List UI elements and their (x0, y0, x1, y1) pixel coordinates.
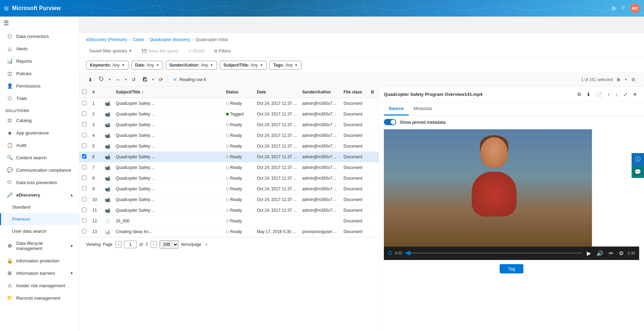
table-row[interactable]: 11📹Quadcopter Safety ...ReadyOct 24, 201… (79, 205, 379, 216)
hamburger-icon[interactable]: ☰ (3, 20, 9, 27)
row-checkbox[interactable] (82, 175, 86, 180)
sidebar-item-records-mgmt[interactable]: 📁 Records management (0, 292, 79, 304)
select-all-checkbox[interactable] (82, 89, 86, 94)
row-checkbox[interactable] (82, 186, 86, 191)
sidebar-item-info-barriers[interactable]: ⊞ Information barriers ▼ (0, 267, 79, 279)
prev-item-btn[interactable]: ↑ (605, 90, 612, 99)
user-avatar[interactable]: MC (630, 3, 640, 13)
row-checkbox[interactable] (82, 165, 86, 169)
transcript-btn[interactable]: ✏ (607, 249, 615, 257)
fileclass-header[interactable]: File class (341, 87, 368, 98)
close-detail-btn[interactable]: ✕ (631, 90, 639, 99)
keywords-filter[interactable]: Keywords: Any ▼ (86, 61, 129, 70)
row-checkbox[interactable] (82, 154, 86, 159)
row-checkbox[interactable] (82, 218, 86, 223)
chat-float-btn[interactable]: 💬 (632, 166, 644, 178)
download-detail-btn[interactable]: ⬇ (584, 90, 593, 99)
export-icon-btn[interactable] (140, 75, 150, 84)
table-row[interactable]: 8📹Quadcopter Safety ...ReadyOct 24, 2017… (79, 173, 379, 184)
filters-button[interactable]: ⧉ Filters (212, 47, 234, 55)
table-row[interactable]: 5📹Quadcopter Safety ...ReadyOct 24, 2017… (79, 141, 379, 152)
breadcrumb-quadcopter-discovery[interactable]: Quadcopter discovery (150, 37, 190, 42)
volume-btn[interactable]: 🔊 (595, 249, 605, 257)
info-float-btn[interactable]: ⓘ (632, 153, 644, 166)
sidebar-item-user-data-search[interactable]: User data search (0, 225, 79, 237)
sidebar-item-reports[interactable]: 📊 Reports (0, 55, 79, 67)
tab-metadata[interactable]: Metadata (409, 102, 437, 116)
table-row[interactable]: 10📹Quadcopter Safety ...ReadyOct 24, 201… (79, 194, 379, 205)
move-icon-btn[interactable]: ↔ (113, 76, 122, 84)
sidebar-item-permissions[interactable]: 👤 Permissions (0, 80, 79, 92)
sidebar-item-policies[interactable]: ◫ Policies (0, 67, 79, 80)
save-the-query-button[interactable]: 💾 Save the query (139, 47, 181, 55)
settings-video-btn[interactable]: ⚙ (617, 249, 625, 257)
sidebar-item-data-loss[interactable]: 🛡 Data loss prevention (0, 176, 79, 189)
waffle-menu-icon[interactable]: ⊞ (4, 5, 9, 12)
sidebar-item-insider-risk[interactable]: ⚠ Insider risk management (0, 279, 79, 292)
table-row[interactable]: 4📹Quadcopter Safety ...ReadyOct 24, 2017… (79, 130, 379, 141)
breadcrumb-cases[interactable]: Cases (133, 37, 144, 42)
table-row[interactable]: 7📹Quadcopter Safety ...ReadyOct 24, 2017… (79, 162, 379, 173)
download-icon-btn[interactable]: ⬇ (86, 76, 94, 84)
row-checkbox[interactable] (82, 111, 86, 116)
table-row[interactable]: 13📊Creating Ideas fro...ReadyMay 17, 201… (79, 227, 379, 237)
page-input[interactable] (124, 241, 136, 248)
status-header[interactable]: Status (223, 87, 254, 98)
sidebar-item-trials[interactable]: ⬡ Trials (0, 92, 79, 104)
sidebar-item-ediscovery[interactable]: 🔎 eDiscovery ▲ (0, 189, 79, 201)
date-filter[interactable]: Date: Any ▼ (131, 61, 163, 70)
sidebar-item-content-search[interactable]: 🔍 Content search (0, 151, 79, 164)
row-checkbox[interactable] (82, 143, 86, 148)
settings-icon[interactable]: ⚙ (611, 5, 616, 12)
expand-btn[interactable]: ⤢ (621, 90, 630, 99)
tag-action-btn[interactable] (96, 75, 106, 84)
more-actions-btn[interactable]: ⟳ (157, 76, 165, 84)
tags-filter[interactable]: Tags: Any ▼ (269, 61, 301, 70)
reset-button[interactable]: ↺ Reset (185, 47, 207, 55)
prev-page-btn[interactable]: ‹ (115, 241, 122, 248)
date-header[interactable]: Date (254, 87, 299, 98)
sidebar-item-app-governance[interactable]: ◈ App governance (0, 127, 79, 139)
tab-source[interactable]: Source (384, 102, 409, 116)
row-checkbox[interactable] (82, 122, 86, 127)
row-checkbox[interactable] (82, 197, 86, 201)
row-checkbox[interactable] (82, 229, 86, 233)
table-row[interactable]: 2📹Quadcopter Safety ...TaggedOct 24, 201… (79, 109, 379, 120)
sender-filter[interactable]: Sender/Author: Any ▼ (166, 61, 217, 70)
sidebar-item-alerts[interactable]: △ Alerts (0, 42, 79, 55)
subject-filter[interactable]: Subject/Title: Any ▼ (220, 61, 267, 70)
play-btn[interactable]: ▶ (585, 249, 592, 257)
table-row[interactable]: 12📄26_000ReadyDocument (79, 216, 379, 227)
pinned-metadata-toggle[interactable] (384, 119, 396, 125)
table-row[interactable]: 1📹Quadcopter Safety ...ReadyOct 24, 2017… (79, 98, 379, 109)
select-all-header[interactable] (79, 87, 90, 98)
tag-button[interactable]: Tag (500, 264, 523, 273)
table-row[interactable]: 6📹Quadcopter Safety ...ReadyOct 24, 2017… (79, 152, 379, 162)
sidebar-item-premium[interactable]: Premium (0, 213, 79, 225)
row-checkbox[interactable] (82, 133, 86, 137)
breadcrumb-ediscovery[interactable]: eDiscovery (Premium) (86, 37, 127, 42)
open-in-new-btn[interactable]: ⧉ (575, 90, 583, 99)
table-row[interactable]: 9📹Quadcopter Safety ...ReadyOct 24, 2017… (79, 184, 379, 194)
row-checkbox[interactable] (82, 208, 86, 212)
video-progress-bar[interactable] (405, 252, 582, 254)
column-settings-btn[interactable]: ⊟ (630, 76, 637, 83)
sidebar-item-data-lifecycle[interactable]: ♻ Data lifecycle management ▼ (0, 237, 79, 254)
row-checkbox[interactable] (82, 101, 86, 105)
sidebar-item-standard[interactable]: Standard (0, 201, 79, 213)
sidebar-item-audit[interactable]: 📋 Audit (0, 139, 79, 151)
table-row[interactable]: 3📹Quadcopter Safety ...ReadyOct 24, 2017… (79, 120, 379, 130)
next-item-btn[interactable]: ↓ (613, 90, 620, 99)
view-original-btn[interactable]: 📄 (594, 90, 604, 99)
sidebar-item-catalog[interactable]: ⊡ Catalog (0, 114, 79, 127)
saved-filter-queries-button[interactable]: Saved filter queries ▼ (86, 47, 135, 55)
refresh-icon-btn[interactable]: ↺ (130, 76, 138, 84)
sidebar-item-info-protection[interactable]: 🔒 Information protection (0, 254, 79, 267)
subject-header[interactable]: Subject/Title ↕ (113, 87, 223, 98)
sender-header[interactable]: Sender/Author (299, 87, 341, 98)
next-page-btn[interactable]: › (151, 241, 157, 248)
help-icon[interactable]: ? (622, 5, 625, 11)
view-toggle-btn[interactable]: ⊞ (615, 76, 622, 83)
per-page-select[interactable]: 100 50 25 (160, 240, 178, 249)
sidebar-item-data-connectors[interactable]: ⬡ Data connectors (0, 30, 79, 42)
